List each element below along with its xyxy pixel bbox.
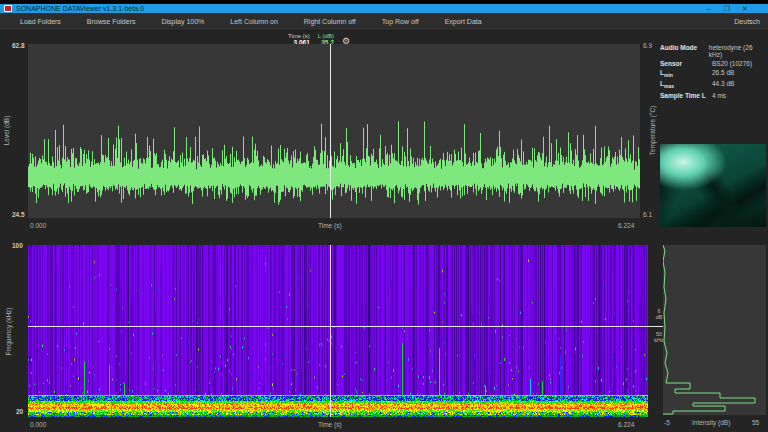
cursor-hline-extension — [648, 326, 663, 327]
spec-ymin-tick: 20 — [16, 408, 23, 415]
close-button[interactable]: ✕ — [738, 4, 752, 13]
app-window: SONAPHONE DATAViewer v1.3.1-beta.0 – ❐ ✕… — [0, 0, 768, 432]
toolbar-button-browse-folders[interactable]: Browse Folders — [81, 15, 142, 28]
info-row: Sample Time L4 ms — [660, 92, 764, 99]
spec-xlabel: Time (s) — [318, 421, 342, 428]
maximize-button[interactable]: ❐ — [720, 4, 734, 13]
intensity-histogram — [663, 245, 766, 415]
spectrogram-cursor-hline[interactable] — [28, 326, 648, 327]
toolbar-button-display-100-[interactable]: Display 100% — [156, 15, 211, 28]
info-row: Lmax44.3 dB — [660, 80, 764, 89]
hist-xmin-tick: -5 — [664, 419, 670, 426]
level-ymin-tick: 24.5 — [12, 211, 25, 218]
hist-xmax-tick: 55 — [752, 419, 759, 426]
level-chart[interactable] — [28, 44, 640, 218]
info-label: Sensor — [660, 60, 712, 67]
info-row: SensorBS20 (10276) — [660, 60, 764, 67]
level-xmin-tick: 0.000 — [30, 222, 46, 229]
toolbar-button-right-column-off[interactable]: Right Column off — [298, 15, 362, 28]
info-value: heterodyne (26 kHz) — [709, 44, 764, 58]
spectrogram-cursor-vline[interactable] — [330, 245, 331, 417]
info-value: 26.5 dB — [712, 69, 734, 78]
language-button[interactable]: Deutsch — [734, 13, 760, 31]
temp-axis-label: Temperature (°C) — [649, 106, 656, 156]
info-value: 44.3 dB — [712, 80, 734, 89]
level-cursor-line[interactable] — [330, 44, 331, 218]
window-titlebar: SONAPHONE DATAViewer v1.3.1-beta.0 – ❐ ✕ — [0, 0, 768, 13]
toolbar-button-load-folders[interactable]: Load Folders — [14, 15, 67, 28]
toolbar-button-export-data[interactable]: Export Data — [439, 15, 488, 28]
hist-xlabel: Intensity (dB) — [692, 419, 730, 426]
window-title: SONAPHONE DATAViewer v1.3.1-beta.0 — [16, 4, 144, 13]
spec-xmax-tick: 6.224 — [618, 421, 634, 428]
toolbar-button-left-column-on[interactable]: Left Column on — [224, 15, 283, 28]
info-label: Lmin — [660, 69, 712, 78]
sensor-photo — [660, 144, 766, 227]
spec-ylabel: Frequency (kHz) — [5, 307, 12, 355]
info-label: Sample Time L — [660, 92, 712, 99]
temp-top-tick: 6.9 — [643, 42, 652, 49]
toolbar-button-top-row-off[interactable]: Top Row off — [376, 15, 425, 28]
info-value: 4 ms — [712, 92, 726, 99]
spectrogram-chart[interactable] — [28, 245, 648, 417]
info-label: Audio Mode — [660, 44, 709, 58]
app-icon — [4, 5, 12, 12]
info-label: Lmax — [660, 80, 712, 89]
temp-bottom-tick: 6.1 — [643, 211, 652, 218]
level-waveform — [28, 44, 640, 218]
level-ymax-tick: 62.8 — [12, 42, 25, 49]
toolbar: Load FoldersBrowse FoldersDisplay 100%Le… — [0, 13, 768, 31]
minimize-button[interactable]: – — [702, 4, 716, 13]
level-xlabel: Time (s) — [318, 222, 342, 229]
intensity-histogram-panel[interactable] — [663, 245, 766, 415]
level-ylabel: Level (dB) — [3, 116, 10, 146]
info-value: BS20 (10276) — [712, 60, 752, 67]
spec-ymax-tick: 100 — [12, 242, 23, 249]
info-row: Lmin26.5 dB — [660, 69, 764, 78]
spec-xmin-tick: 0.000 — [30, 421, 46, 428]
spectrogram-image — [28, 245, 648, 417]
level-xmax-tick: 6.224 — [618, 222, 634, 229]
info-row: Audio Modeheterodyne (26 kHz) — [660, 44, 764, 58]
measurement-info-panel: Audio Modeheterodyne (26 kHz)SensorBS20 … — [660, 44, 764, 101]
